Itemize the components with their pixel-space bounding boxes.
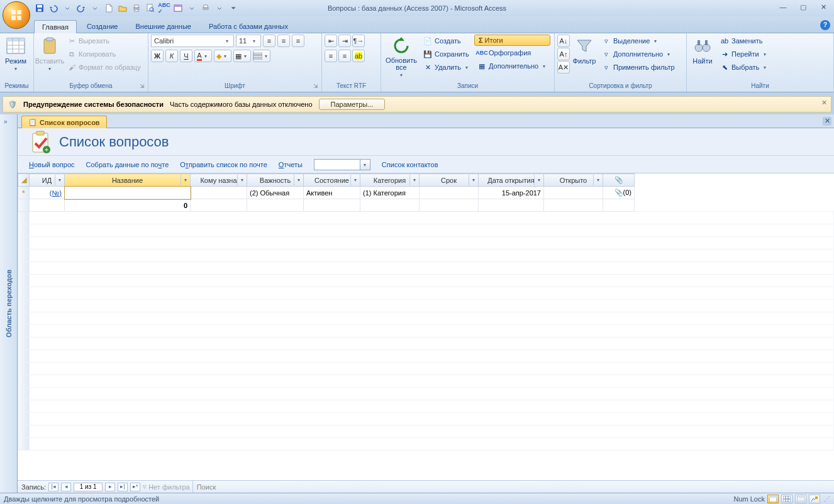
clear-sort-button[interactable]: A✕ bbox=[557, 61, 570, 74]
italic-button[interactable]: К bbox=[165, 50, 178, 62]
qat-customize-icon[interactable]: ⏷ bbox=[228, 3, 239, 14]
new-question-link[interactable]: Новый вопрос bbox=[29, 161, 75, 168]
reports-combo[interactable]: ▾ bbox=[314, 159, 370, 170]
replace-button[interactable]: abЗаменить bbox=[717, 35, 771, 47]
select-all-corner[interactable]: ◢ bbox=[18, 174, 30, 187]
open-date-cell[interactable]: 15-апр-2017 bbox=[479, 187, 544, 199]
font-name-combo[interactable]: Calibri▾ bbox=[151, 35, 234, 47]
expand-nav-pane-icon[interactable]: » bbox=[4, 118, 8, 125]
spelling-button[interactable]: ABCОрфография bbox=[474, 47, 550, 59]
find-button[interactable]: Найти bbox=[689, 35, 716, 66]
col-open-date[interactable]: Дата открытия▾ bbox=[479, 174, 544, 187]
col-category[interactable]: Категория▾ bbox=[360, 174, 420, 187]
prev-record-button[interactable]: ◂ bbox=[61, 483, 71, 491]
format-painter-button[interactable]: 🖌Формат по образцу bbox=[64, 61, 143, 74]
increase-indent-button[interactable]: ⇥ bbox=[338, 35, 351, 47]
alt-row-color-button[interactable]: ▾ bbox=[253, 50, 270, 62]
goto-button[interactable]: ➜Перейти▾ bbox=[717, 48, 771, 60]
office-button[interactable] bbox=[3, 1, 30, 29]
close-button[interactable]: ✕ bbox=[814, 1, 833, 13]
paste-button[interactable]: Вставить ▾ bbox=[36, 35, 63, 73]
col-due[interactable]: Срок▾ bbox=[420, 174, 479, 187]
design-view-button[interactable] bbox=[809, 495, 820, 503]
reports-label[interactable]: Отчеты bbox=[279, 161, 303, 168]
fill-color-button[interactable]: ◆▾ bbox=[214, 50, 231, 62]
align-right-button[interactable]: ≡ bbox=[292, 35, 304, 47]
title-cell-editing[interactable] bbox=[65, 187, 191, 199]
collect-by-email-link[interactable]: Собрать данные по почте bbox=[86, 161, 169, 168]
maximize-button[interactable]: ▢ bbox=[794, 1, 813, 13]
totals-button[interactable]: ΣИтоги bbox=[474, 35, 550, 46]
align-left-button[interactable]: ≡ bbox=[263, 35, 275, 47]
due-cell[interactable] bbox=[420, 187, 479, 199]
col-title[interactable]: Название▾ bbox=[65, 174, 191, 187]
col-state[interactable]: Состояние▾ bbox=[304, 174, 360, 187]
datasheet-view-button[interactable] bbox=[781, 495, 792, 503]
spellcheck-icon[interactable]: ABC✓ bbox=[158, 3, 170, 14]
help-button[interactable]: ? bbox=[820, 20, 830, 30]
contacts-list-link[interactable]: Список контактов bbox=[382, 161, 438, 168]
attachments-cell[interactable]: 📎(0) bbox=[603, 187, 635, 199]
security-options-button[interactable]: Параметры... bbox=[319, 99, 386, 110]
form-view-button[interactable] bbox=[767, 495, 779, 503]
datasheet-grid[interactable]: ◢ ИД▾ Название▾ Кому назна▾ Важность▾ Со… bbox=[18, 173, 834, 480]
form-icon[interactable] bbox=[172, 3, 184, 14]
undo-dropdown-icon[interactable] bbox=[62, 3, 73, 14]
bulleted-list-button[interactable]: ≡ bbox=[338, 50, 351, 62]
state-cell[interactable]: Активен bbox=[304, 187, 360, 199]
redo-dropdown-icon[interactable] bbox=[89, 3, 101, 14]
bold-button[interactable]: Ж bbox=[151, 50, 164, 62]
delete-record-button[interactable]: ✕Удалить▾ bbox=[420, 61, 473, 74]
refresh-all-button[interactable]: Обновить все ▾ bbox=[384, 35, 419, 79]
highlight-button[interactable]: ab bbox=[352, 50, 365, 62]
new-doc-icon[interactable] bbox=[103, 3, 114, 14]
select-button[interactable]: ⬉Выбрать▾ bbox=[717, 61, 771, 74]
decrease-indent-button[interactable]: ⇤ bbox=[325, 35, 337, 47]
id-link[interactable]: (№) bbox=[32, 189, 62, 197]
new-record-button[interactable]: 📄Создать bbox=[420, 35, 473, 47]
tab-home[interactable]: Главная bbox=[34, 20, 77, 33]
col-importance[interactable]: Важность▾ bbox=[247, 174, 304, 187]
importance-cell[interactable]: (2) Обычная bbox=[247, 187, 304, 199]
print-preview-icon[interactable] bbox=[145, 3, 156, 14]
selection-filter-button[interactable]: ▿Выделение▾ bbox=[599, 35, 677, 47]
open-icon[interactable] bbox=[117, 3, 128, 14]
security-close-button[interactable]: ✕ bbox=[820, 99, 828, 107]
sort-desc-button[interactable]: A↑ bbox=[557, 48, 570, 60]
navigation-pane-collapsed[interactable]: » Область переходов bbox=[0, 114, 18, 493]
next-record-button[interactable]: ▸ bbox=[105, 483, 115, 491]
new-record-row[interactable]: * (№) (2) Обычная Активен (1) Категория … bbox=[18, 187, 834, 199]
copy-button[interactable]: ⧉Копировать bbox=[64, 48, 143, 60]
view-mode-button[interactable]: Режим ▾ bbox=[3, 35, 29, 73]
opened-by-cell[interactable] bbox=[544, 187, 603, 199]
underline-button[interactable]: Ч bbox=[180, 50, 192, 62]
redo-icon[interactable] bbox=[75, 3, 87, 14]
col-opened-by[interactable]: Открыто▾ bbox=[544, 174, 603, 187]
tab-database-tools[interactable]: Работа с базами данных bbox=[201, 20, 296, 33]
doctab-close-button[interactable]: ✕ bbox=[823, 117, 831, 126]
minimize-button[interactable]: — bbox=[774, 1, 792, 13]
undo-icon[interactable] bbox=[48, 3, 59, 14]
more-records-button[interactable]: ▦Дополнительно▾ bbox=[474, 60, 550, 72]
layout-view-button[interactable] bbox=[795, 495, 806, 503]
clipboard-dialog-launcher[interactable]: ⇲ bbox=[138, 82, 147, 91]
tab-external-data[interactable]: Внешние данные bbox=[128, 20, 199, 33]
print-icon[interactable] bbox=[131, 3, 142, 14]
cut-button[interactable]: ✂Вырезать bbox=[64, 35, 143, 47]
first-record-button[interactable]: |◂ bbox=[48, 483, 58, 491]
form-dropdown-icon[interactable] bbox=[186, 3, 197, 14]
col-assigned[interactable]: Кому назна▾ bbox=[191, 174, 247, 187]
tab-create[interactable]: Создание bbox=[79, 20, 126, 33]
gridlines-button[interactable]: ▦▾ bbox=[233, 50, 251, 62]
font-dialog-launcher[interactable]: ⇲ bbox=[311, 82, 320, 91]
assigned-cell[interactable] bbox=[191, 187, 247, 199]
record-number-input[interactable] bbox=[74, 483, 103, 491]
quick-print-icon[interactable] bbox=[200, 3, 211, 14]
font-color-button[interactable]: А▾ bbox=[194, 50, 212, 62]
col-attachments[interactable]: 📎 bbox=[603, 174, 635, 187]
advanced-filter-button[interactable]: ▿Дополнительно▾ bbox=[599, 48, 677, 60]
font-size-combo[interactable]: 11▾ bbox=[236, 35, 261, 47]
doctab-questions-list[interactable]: 📋 Список вопросов bbox=[21, 116, 107, 128]
col-id[interactable]: ИД▾ bbox=[30, 174, 65, 187]
resize-grip-icon[interactable]: ⋰ bbox=[824, 495, 830, 502]
